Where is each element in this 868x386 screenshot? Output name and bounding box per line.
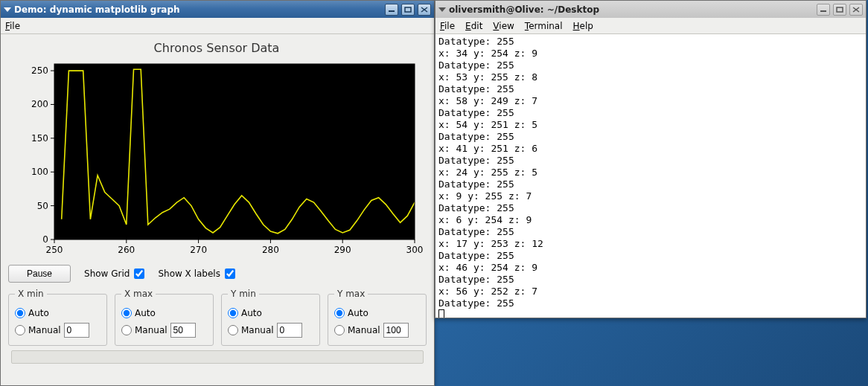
menu-help[interactable]: Help (573, 21, 593, 31)
window-title: Demo: dynamic matplotlib graph (14, 4, 382, 15)
minimize-icon (820, 7, 827, 13)
xmin-auto-label: Auto (28, 308, 49, 318)
window-menu-icon[interactable] (4, 7, 11, 12)
plot-window: Demo: dynamic matplotlib graph File Chro… (0, 0, 435, 386)
xmin-manual-radio[interactable] (15, 325, 25, 335)
maximize-button[interactable] (833, 4, 846, 16)
xmin-auto-radio[interactable] (15, 308, 25, 318)
svg-text:Chronos Sensor Data: Chronos Sensor Data (154, 41, 280, 55)
xmax-manual-label: Manual (135, 325, 167, 335)
menu-edit[interactable]: Edit (465, 21, 482, 31)
maximize-icon (404, 7, 412, 13)
svg-text:150: 150 (31, 133, 48, 144)
ymax-auto-label: Auto (348, 308, 368, 318)
close-button[interactable] (418, 4, 431, 16)
titlebar[interactable]: oliversmith@Olive: ~/Desktop (435, 1, 866, 18)
maximize-icon (836, 7, 843, 13)
terminal-window: oliversmith@Olive: ~/Desktop File Edit V… (435, 0, 867, 318)
statusbar (11, 350, 424, 364)
ymax-fieldset: Y max Auto Manual (328, 289, 427, 346)
ymin-manual-radio[interactable] (228, 325, 238, 335)
titlebar[interactable]: Demo: dynamic matplotlib graph (1, 1, 434, 18)
menubar: File Edit View Terminal Help (435, 18, 866, 34)
svg-text:300: 300 (406, 245, 424, 255)
svg-text:100: 100 (31, 167, 48, 177)
show-grid-checkbox[interactable]: Show Grid (84, 268, 144, 279)
ymax-legend: Y max (334, 289, 368, 299)
svg-rect-32 (837, 7, 843, 12)
controls-row: Pause Show Grid Show X labels (8, 262, 427, 289)
close-icon (852, 7, 860, 13)
window-title: oliversmith@Olive: ~/Desktop (449, 4, 814, 15)
pause-button[interactable]: Pause (8, 265, 71, 283)
plot-body: Chronos Sensor Data050100150200250250260… (1, 34, 434, 385)
svg-text:270: 270 (190, 245, 207, 255)
menubar: File (1, 18, 434, 34)
svg-text:50: 50 (37, 201, 48, 211)
xmin-value-input[interactable] (64, 323, 89, 338)
menu-file-label: ile (10, 21, 20, 31)
chart-canvas: Chronos Sensor Data050100150200250250260… (8, 39, 427, 262)
ymin-value-input[interactable] (277, 323, 302, 338)
ymin-auto-radio[interactable] (228, 308, 238, 318)
svg-text:0: 0 (42, 234, 48, 245)
show-xlabels-input[interactable] (225, 268, 235, 279)
xmin-legend: X min (15, 289, 47, 299)
svg-text:290: 290 (334, 245, 351, 255)
ymax-manual-label: Manual (348, 325, 380, 335)
window-menu-icon[interactable] (438, 7, 446, 12)
xmax-auto-label: Auto (135, 308, 156, 318)
svg-text:280: 280 (262, 245, 279, 255)
terminal-output[interactable]: Datatype: 255 x: 34 y: 254 z: 9 Datatype… (435, 34, 866, 318)
xmax-auto-radio[interactable] (121, 308, 132, 318)
menu-file[interactable]: File (5, 21, 20, 31)
svg-text:200: 200 (31, 99, 48, 109)
svg-text:260: 260 (118, 245, 135, 255)
xmin-fieldset: X min Auto Manual (8, 289, 107, 346)
xmin-manual-label: Manual (28, 325, 61, 335)
xmax-value-input[interactable] (170, 323, 196, 338)
svg-text:250: 250 (46, 245, 63, 255)
ymax-manual-radio[interactable] (334, 325, 345, 335)
menu-terminal[interactable]: Terminal (525, 21, 563, 31)
ymin-auto-label: Auto (241, 308, 262, 318)
show-xlabels-label: Show X labels (158, 268, 220, 279)
chart-svg: Chronos Sensor Data050100150200250250260… (8, 39, 425, 262)
menu-view[interactable]: View (493, 21, 514, 31)
minimize-button[interactable] (385, 4, 398, 16)
ymin-legend: Y min (228, 289, 259, 299)
ymin-fieldset: Y min Auto Manual (221, 289, 320, 346)
minimize-icon (388, 7, 395, 13)
svg-rect-1 (405, 7, 411, 12)
menu-file[interactable]: File (440, 21, 455, 31)
maximize-button[interactable] (401, 4, 415, 16)
ymin-manual-label: Manual (241, 325, 274, 335)
xmax-manual-radio[interactable] (121, 325, 132, 335)
minimize-button[interactable] (817, 4, 830, 16)
xmax-fieldset: X max Auto Manual (115, 289, 214, 346)
show-xlabels-checkbox[interactable]: Show X labels (158, 268, 235, 279)
show-grid-label: Show Grid (84, 268, 130, 279)
ymax-value-input[interactable] (383, 323, 409, 338)
show-grid-input[interactable] (134, 268, 144, 279)
ymax-auto-radio[interactable] (334, 308, 345, 318)
terminal-cursor (438, 309, 444, 318)
close-button[interactable] (849, 4, 863, 16)
svg-rect-5 (54, 64, 415, 239)
svg-text:250: 250 (31, 65, 48, 76)
close-icon (421, 7, 428, 13)
xmax-legend: X max (121, 289, 156, 299)
axis-fieldsets: X min Auto Manual X max Auto Manual Y mi… (8, 289, 427, 346)
